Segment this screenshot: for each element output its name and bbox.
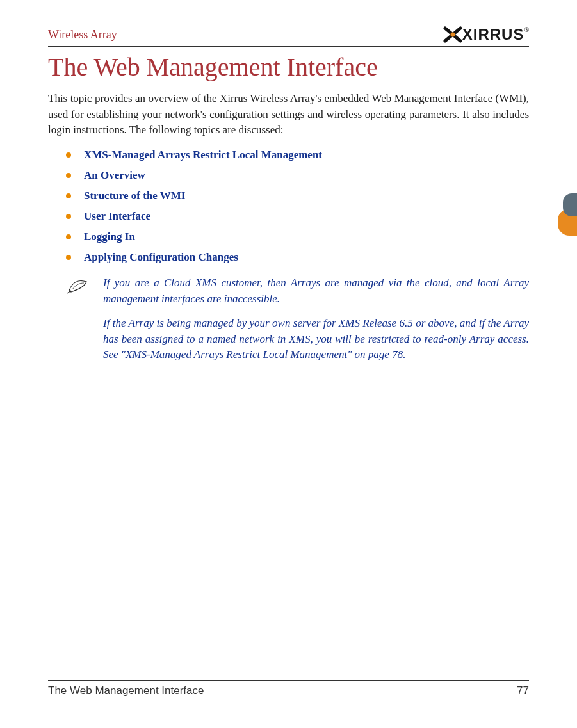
- registered-mark: ®: [524, 26, 529, 33]
- topic-link[interactable]: Structure of the WMI: [84, 190, 186, 202]
- svg-point-0: [450, 32, 455, 36]
- list-item: Applying Configuration Changes: [66, 251, 529, 264]
- list-item: Structure of the WMI: [66, 190, 529, 202]
- topic-link[interactable]: Logging In: [84, 231, 135, 243]
- topic-list: XMS-Managed Arrays Restrict Local Manage…: [66, 149, 529, 264]
- page-footer: The Web Management Interface 77: [48, 680, 529, 697]
- list-item: Logging In: [66, 231, 529, 243]
- topic-link[interactable]: XMS-Managed Arrays Restrict Local Manage…: [84, 149, 322, 161]
- page-header: Wireless Array XIRRUS ®: [48, 26, 529, 44]
- list-item: An Overview: [66, 169, 529, 182]
- footer-section-title: The Web Management Interface: [48, 684, 204, 697]
- intro-paragraph: This topic provides an overview of the X…: [48, 91, 529, 138]
- note-icon: [66, 277, 92, 298]
- x-logo-icon: [443, 26, 462, 43]
- note-paragraph-1: If you are a Cloud XMS customer, then Ar…: [103, 275, 529, 307]
- topic-link[interactable]: User Interface: [84, 210, 150, 222]
- header-breadcrumb: Wireless Array: [48, 28, 117, 42]
- page-number: 77: [517, 684, 529, 697]
- header-rule: [48, 46, 529, 47]
- brand-logo: XIRRUS ®: [443, 26, 529, 44]
- topic-link[interactable]: An Overview: [84, 169, 145, 181]
- page-title: The Web Management Interface: [48, 52, 529, 82]
- list-item: XMS-Managed Arrays Restrict Local Manage…: [66, 149, 529, 161]
- brand-text: XIRRUS: [462, 26, 524, 44]
- topic-link[interactable]: Applying Configuration Changes: [84, 251, 238, 263]
- footer-rule: [48, 680, 529, 681]
- note-paragraph-2: If the Array is being managed by your ow…: [103, 316, 529, 363]
- list-item: User Interface: [66, 210, 529, 223]
- page-edge-tab-dark: [563, 193, 577, 216]
- note-block: If you are a Cloud XMS customer, then Ar…: [66, 275, 529, 307]
